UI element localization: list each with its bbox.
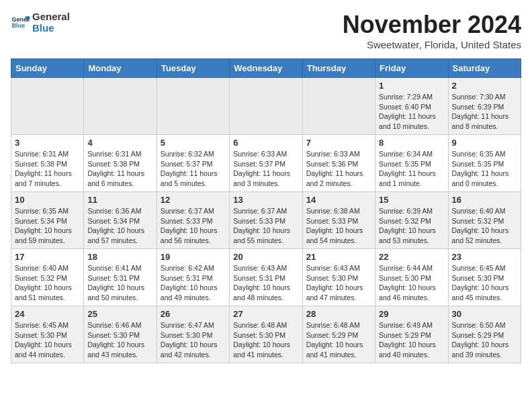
calendar-cell: 13Sunrise: 6:37 AM Sunset: 5:33 PM Dayli… bbox=[230, 192, 302, 249]
weekday-header-wednesday: Wednesday bbox=[230, 59, 302, 78]
calendar-cell bbox=[84, 78, 157, 135]
day-info: Sunrise: 6:49 AM Sunset: 5:29 PM Dayligh… bbox=[379, 320, 444, 360]
day-info: Sunrise: 6:41 AM Sunset: 5:31 PM Dayligh… bbox=[87, 263, 152, 303]
day-info: Sunrise: 6:45 AM Sunset: 5:30 PM Dayligh… bbox=[452, 263, 517, 303]
calendar-week-row: 1Sunrise: 7:29 AM Sunset: 6:40 PM Daylig… bbox=[11, 78, 521, 135]
day-info: Sunrise: 6:45 AM Sunset: 5:30 PM Dayligh… bbox=[15, 320, 80, 360]
calendar-cell: 27Sunrise: 6:48 AM Sunset: 5:30 PM Dayli… bbox=[230, 306, 302, 363]
weekday-header-row: SundayMondayTuesdayWednesdayThursdayFrid… bbox=[11, 59, 521, 78]
day-number: 19 bbox=[161, 252, 226, 262]
day-info: Sunrise: 6:50 AM Sunset: 5:29 PM Dayligh… bbox=[452, 320, 517, 360]
calendar-cell: 5Sunrise: 6:32 AM Sunset: 5:37 PM Daylig… bbox=[157, 135, 229, 192]
weekday-header-tuesday: Tuesday bbox=[157, 59, 229, 78]
day-info: Sunrise: 6:40 AM Sunset: 5:32 PM Dayligh… bbox=[15, 263, 80, 303]
calendar-cell: 15Sunrise: 6:39 AM Sunset: 5:32 PM Dayli… bbox=[375, 192, 448, 249]
calendar-cell: 19Sunrise: 6:42 AM Sunset: 5:31 PM Dayli… bbox=[157, 249, 229, 306]
location-subtitle: Sweetwater, Florida, United States bbox=[343, 39, 521, 50]
day-number: 6 bbox=[233, 138, 298, 148]
day-info: Sunrise: 6:40 AM Sunset: 5:32 PM Dayligh… bbox=[452, 206, 517, 246]
day-info: Sunrise: 6:37 AM Sunset: 5:33 PM Dayligh… bbox=[233, 206, 298, 246]
calendar-cell bbox=[157, 78, 229, 135]
day-number: 15 bbox=[379, 195, 444, 205]
calendar-cell: 26Sunrise: 6:47 AM Sunset: 5:30 PM Dayli… bbox=[157, 306, 229, 363]
calendar-cell: 24Sunrise: 6:45 AM Sunset: 5:30 PM Dayli… bbox=[11, 306, 84, 363]
day-number: 11 bbox=[87, 195, 152, 205]
calendar-cell: 3Sunrise: 6:31 AM Sunset: 5:38 PM Daylig… bbox=[11, 135, 84, 192]
weekday-header-sunday: Sunday bbox=[11, 59, 84, 78]
day-number: 23 bbox=[452, 252, 517, 262]
logo-general: General bbox=[32, 11, 70, 22]
day-number: 13 bbox=[233, 195, 298, 205]
day-number: 28 bbox=[306, 309, 371, 319]
calendar-cell: 4Sunrise: 6:31 AM Sunset: 5:38 PM Daylig… bbox=[84, 135, 157, 192]
day-number: 17 bbox=[15, 252, 80, 262]
day-number: 5 bbox=[161, 138, 226, 148]
day-number: 20 bbox=[233, 252, 298, 262]
day-number: 16 bbox=[452, 195, 517, 205]
day-info: Sunrise: 6:46 AM Sunset: 5:30 PM Dayligh… bbox=[87, 320, 152, 360]
day-number: 29 bbox=[379, 309, 444, 319]
calendar-week-row: 17Sunrise: 6:40 AM Sunset: 5:32 PM Dayli… bbox=[11, 249, 521, 306]
calendar-cell: 18Sunrise: 6:41 AM Sunset: 5:31 PM Dayli… bbox=[84, 249, 157, 306]
calendar-cell: 25Sunrise: 6:46 AM Sunset: 5:30 PM Dayli… bbox=[84, 306, 157, 363]
day-info: Sunrise: 6:39 AM Sunset: 5:32 PM Dayligh… bbox=[379, 206, 444, 246]
calendar-cell: 28Sunrise: 6:48 AM Sunset: 5:29 PM Dayli… bbox=[302, 306, 375, 363]
calendar-cell bbox=[230, 78, 302, 135]
day-info: Sunrise: 6:35 AM Sunset: 5:35 PM Dayligh… bbox=[452, 149, 517, 189]
calendar-cell: 30Sunrise: 6:50 AM Sunset: 5:29 PM Dayli… bbox=[448, 306, 521, 363]
calendar-header: SundayMondayTuesdayWednesdayThursdayFrid… bbox=[11, 59, 521, 78]
calendar-week-row: 10Sunrise: 6:35 AM Sunset: 5:34 PM Dayli… bbox=[11, 192, 521, 249]
calendar-cell: 21Sunrise: 6:43 AM Sunset: 5:30 PM Dayli… bbox=[302, 249, 375, 306]
logo-icon: General Blue bbox=[11, 13, 30, 32]
calendar-cell bbox=[11, 78, 84, 135]
day-info: Sunrise: 7:30 AM Sunset: 6:39 PM Dayligh… bbox=[452, 92, 517, 132]
svg-text:Blue: Blue bbox=[11, 22, 25, 29]
calendar-cell: 16Sunrise: 6:40 AM Sunset: 5:32 PM Dayli… bbox=[448, 192, 521, 249]
day-number: 9 bbox=[452, 138, 517, 148]
day-number: 8 bbox=[379, 138, 444, 148]
day-number: 4 bbox=[87, 138, 152, 148]
calendar-cell: 23Sunrise: 6:45 AM Sunset: 5:30 PM Dayli… bbox=[448, 249, 521, 306]
day-info: Sunrise: 6:38 AM Sunset: 5:33 PM Dayligh… bbox=[306, 206, 371, 246]
logo: General Blue General Blue bbox=[11, 11, 70, 34]
weekday-header-friday: Friday bbox=[375, 59, 448, 78]
calendar-cell: 1Sunrise: 7:29 AM Sunset: 6:40 PM Daylig… bbox=[375, 78, 448, 135]
calendar-cell: 2Sunrise: 7:30 AM Sunset: 6:39 PM Daylig… bbox=[448, 78, 521, 135]
calendar-cell: 12Sunrise: 6:37 AM Sunset: 5:33 PM Dayli… bbox=[157, 192, 229, 249]
weekday-header-monday: Monday bbox=[84, 59, 157, 78]
weekday-header-saturday: Saturday bbox=[448, 59, 521, 78]
day-number: 25 bbox=[87, 309, 152, 319]
calendar-cell: 11Sunrise: 6:36 AM Sunset: 5:34 PM Dayli… bbox=[84, 192, 157, 249]
calendar-cell: 9Sunrise: 6:35 AM Sunset: 5:35 PM Daylig… bbox=[448, 135, 521, 192]
calendar-body: 1Sunrise: 7:29 AM Sunset: 6:40 PM Daylig… bbox=[11, 78, 521, 363]
day-number: 22 bbox=[379, 252, 444, 262]
day-info: Sunrise: 6:48 AM Sunset: 5:29 PM Dayligh… bbox=[306, 320, 371, 360]
day-info: Sunrise: 6:33 AM Sunset: 5:37 PM Dayligh… bbox=[233, 149, 298, 189]
month-title: November 2024 bbox=[343, 11, 521, 39]
day-number: 2 bbox=[452, 81, 517, 91]
day-number: 3 bbox=[15, 138, 80, 148]
day-number: 21 bbox=[306, 252, 371, 262]
calendar-cell: 6Sunrise: 6:33 AM Sunset: 5:37 PM Daylig… bbox=[230, 135, 302, 192]
calendar-cell: 17Sunrise: 6:40 AM Sunset: 5:32 PM Dayli… bbox=[11, 249, 84, 306]
day-number: 30 bbox=[452, 309, 517, 319]
day-number: 26 bbox=[161, 309, 226, 319]
day-info: Sunrise: 7:29 AM Sunset: 6:40 PM Dayligh… bbox=[379, 92, 444, 132]
day-info: Sunrise: 6:43 AM Sunset: 5:31 PM Dayligh… bbox=[233, 263, 298, 303]
calendar-cell: 10Sunrise: 6:35 AM Sunset: 5:34 PM Dayli… bbox=[11, 192, 84, 249]
calendar-cell: 20Sunrise: 6:43 AM Sunset: 5:31 PM Dayli… bbox=[230, 249, 302, 306]
day-info: Sunrise: 6:43 AM Sunset: 5:30 PM Dayligh… bbox=[306, 263, 371, 303]
day-number: 27 bbox=[233, 309, 298, 319]
day-number: 24 bbox=[15, 309, 80, 319]
calendar-cell: 8Sunrise: 6:34 AM Sunset: 5:35 PM Daylig… bbox=[375, 135, 448, 192]
page-header: General Blue General Blue November 2024 … bbox=[11, 11, 521, 50]
day-info: Sunrise: 6:31 AM Sunset: 5:38 PM Dayligh… bbox=[15, 149, 80, 189]
weekday-header-thursday: Thursday bbox=[302, 59, 375, 78]
day-number: 7 bbox=[306, 138, 371, 148]
day-number: 1 bbox=[379, 81, 444, 91]
calendar-week-row: 3Sunrise: 6:31 AM Sunset: 5:38 PM Daylig… bbox=[11, 135, 521, 192]
day-info: Sunrise: 6:35 AM Sunset: 5:34 PM Dayligh… bbox=[15, 206, 80, 246]
day-info: Sunrise: 6:36 AM Sunset: 5:34 PM Dayligh… bbox=[87, 206, 152, 246]
day-number: 18 bbox=[87, 252, 152, 262]
title-area: November 2024 Sweetwater, Florida, Unite… bbox=[343, 11, 521, 50]
